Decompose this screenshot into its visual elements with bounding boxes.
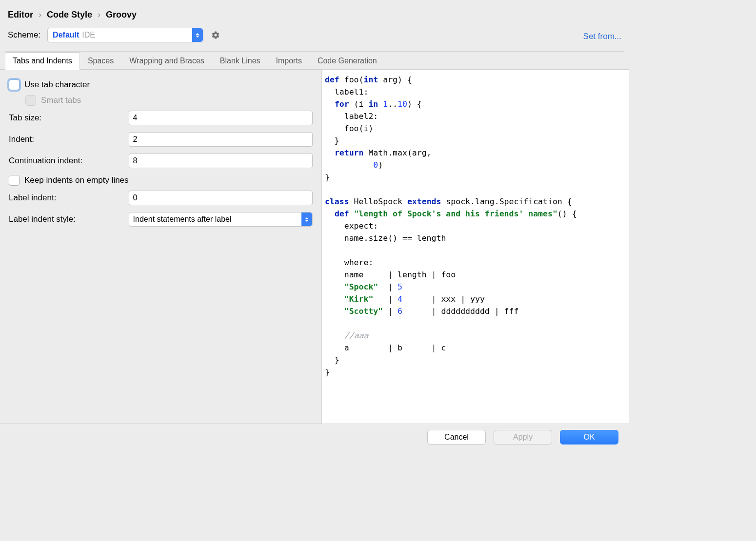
label-indent-style-dropdown[interactable]: Indent statements after label bbox=[129, 212, 313, 227]
tab-code-generation[interactable]: Code Generation bbox=[310, 52, 385, 70]
ok-button[interactable]: OK bbox=[560, 430, 618, 444]
cancel-button[interactable]: Cancel bbox=[427, 430, 486, 444]
code-preview: def foo(int arg) { label1: for (i in 1..… bbox=[322, 70, 629, 424]
settings-panel: Use tab character Smart tabs Tab size: I… bbox=[0, 70, 322, 424]
use-tab-character-checkbox[interactable] bbox=[9, 79, 20, 90]
chevron-right-icon: › bbox=[98, 10, 100, 19]
smart-tabs-label: Smart tabs bbox=[41, 96, 81, 105]
gear-icon[interactable] bbox=[210, 30, 221, 40]
apply-button: Apply bbox=[494, 430, 552, 444]
breadcrumb-item[interactable]: Code Style bbox=[47, 10, 92, 19]
label-indent-style-value: Indent statements after label bbox=[133, 215, 232, 224]
indent-label: Indent: bbox=[9, 135, 129, 144]
indent-input[interactable] bbox=[129, 132, 313, 147]
smart-tabs-checkbox bbox=[25, 95, 36, 106]
tab-blank-lines[interactable]: Blank Lines bbox=[212, 52, 268, 70]
dialog-footer: Cancel Apply OK bbox=[0, 424, 629, 450]
label-indent-input[interactable] bbox=[129, 191, 313, 205]
label-indent-label: Label indent: bbox=[9, 193, 129, 203]
tab-imports[interactable]: Imports bbox=[268, 52, 310, 70]
set-from-link[interactable]: Set from... bbox=[583, 32, 621, 42]
breadcrumb-item[interactable]: Editor bbox=[8, 10, 33, 19]
tab-tabs-and-indents[interactable]: Tabs and Indents bbox=[5, 52, 80, 70]
updown-arrows-icon bbox=[192, 28, 203, 42]
chevron-right-icon: › bbox=[39, 10, 41, 19]
continuation-indent-input[interactable] bbox=[129, 154, 313, 168]
breadcrumb: Editor › Code Style › Groovy bbox=[0, 0, 629, 24]
label-indent-style-label: Label indent style: bbox=[9, 214, 129, 224]
keep-indents-checkbox[interactable] bbox=[9, 175, 20, 186]
updown-arrows-icon bbox=[301, 213, 312, 226]
tab-size-label: Tab size: bbox=[9, 113, 129, 123]
scheme-value: Default bbox=[53, 31, 79, 39]
breadcrumb-item: Groovy bbox=[106, 10, 137, 19]
use-tab-character-label: Use tab character bbox=[24, 80, 90, 90]
scheme-label: Scheme: bbox=[8, 30, 40, 40]
keep-indents-label: Keep indents on empty lines bbox=[24, 175, 129, 185]
tabs-bar: Tabs and Indents Spaces Wrapping and Bra… bbox=[0, 52, 629, 70]
tab-spaces[interactable]: Spaces bbox=[80, 52, 121, 70]
tab-size-input[interactable] bbox=[129, 111, 313, 125]
continuation-indent-label: Continuation indent: bbox=[9, 156, 129, 166]
tab-wrapping-and-braces[interactable]: Wrapping and Braces bbox=[121, 52, 212, 70]
scheme-scope: IDE bbox=[82, 31, 95, 39]
scheme-dropdown[interactable]: Default IDE bbox=[47, 28, 203, 42]
